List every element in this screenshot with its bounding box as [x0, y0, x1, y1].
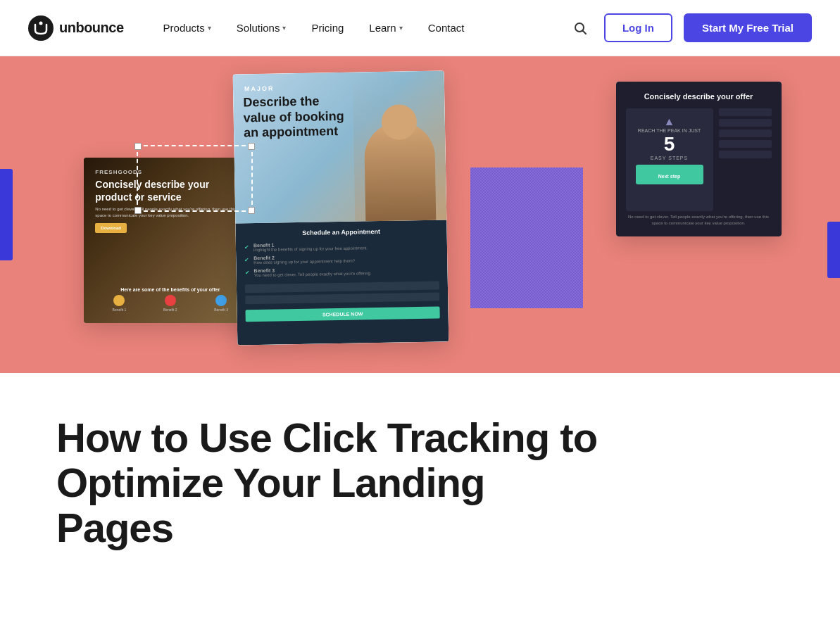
form-field: [245, 281, 439, 293]
mockup-major: MAJOR Describe the value of booking an a…: [233, 70, 449, 345]
mockup-freshgoods: FreshGoods Concisely describe your produ…: [84, 158, 256, 323]
unbounce-logo-icon: [28, 15, 54, 41]
nav-item-pricing[interactable]: Pricing: [300, 16, 355, 39]
input-field: [719, 151, 772, 158]
mockups-container: FreshGoods Concisely describe your produ…: [0, 56, 840, 373]
benefit-row: ✔ Benefit 3 You need to get clever. Tell…: [245, 265, 439, 277]
easy-steps-label: EASY STEPS: [636, 156, 703, 160]
chevron-down-icon: ▾: [399, 24, 403, 32]
benefit-item: Benefit 1: [95, 295, 143, 312]
mockup-dark-offer: Concisely describe your offer ▲ REACH TH…: [616, 82, 782, 236]
major-cta: Schedule an Appointment: [244, 227, 439, 237]
search-button[interactable]: [568, 15, 593, 41]
input-field: [719, 119, 772, 127]
svg-line-3: [582, 30, 586, 34]
input-field: [719, 140, 772, 148]
svg-point-1: [39, 21, 43, 25]
check-icon: ✔: [244, 257, 249, 263]
freshgoods-cta: Download: [95, 223, 127, 233]
nav-links: Products ▾ Solutions ▾ Pricing Learn ▾ C…: [152, 16, 568, 39]
nav-item-products[interactable]: Products ▾: [152, 16, 222, 39]
benefit-row: ✔ Benefit 2 How does signing up for your…: [244, 252, 439, 265]
article-title: How to Use Click Tracking to Optimize Yo…: [56, 415, 606, 550]
next-step-btn: Next step: [658, 174, 681, 179]
major-headline: Describe the value of booking an appoint…: [243, 93, 349, 140]
nav-actions: Log In Start My Free Trial: [568, 13, 812, 42]
nav-item-learn[interactable]: Learn ▾: [358, 16, 413, 39]
nav-item-contact[interactable]: Contact: [417, 16, 476, 39]
article-section: How to Use Click Tracking to Optimize Yo…: [0, 373, 840, 578]
dark-offer-desc: No need to get clever. Tell people exact…: [626, 214, 772, 227]
hero-image-section: FreshGoods Concisely describe your produ…: [0, 56, 840, 373]
nav-item-solutions[interactable]: Solutions ▾: [225, 16, 298, 39]
form-field: [245, 292, 439, 304]
schedule-button: SCHEDULE NOW: [246, 306, 440, 322]
logo-text: unbounce: [59, 20, 124, 36]
chevron-down-icon: ▾: [208, 24, 211, 32]
freshgoods-benefits-grid: Benefit 1 Benefit 2 Benefit 3: [95, 295, 245, 312]
noise-texture-block: [470, 167, 583, 308]
benefit-row: ✔ Benefit 1 Highlight the benefits of si…: [244, 239, 439, 252]
login-button[interactable]: Log In: [604, 13, 672, 42]
navbar: unbounce Products ▾ Solutions ▾ Pricing …: [0, 0, 840, 56]
trial-button[interactable]: Start My Free Trial: [684, 13, 812, 42]
reach-text: REACH THE PEAK IN JUST: [636, 128, 703, 133]
input-field: [719, 108, 772, 116]
logo-link[interactable]: unbounce: [28, 15, 124, 41]
chevron-down-icon: ▾: [282, 24, 286, 32]
freshgoods-brand: FreshGoods: [95, 169, 245, 175]
step-number: 5: [636, 133, 703, 156]
check-icon: ✔: [244, 244, 249, 251]
freshgoods-desc: No need to get clever. Tell people exact…: [95, 206, 245, 219]
check-icon: ✔: [245, 270, 250, 276]
freshgoods-benefits-title: Here are some of the benefits of your of…: [95, 287, 245, 292]
freshgoods-title: Concisely describe your product or servi…: [95, 178, 245, 203]
svg-point-0: [28, 15, 54, 41]
search-icon: [573, 21, 587, 35]
benefit-item: Benefit 2: [146, 295, 194, 312]
dark-offer-title: Concisely describe your offer: [626, 91, 772, 101]
input-field: [719, 129, 772, 137]
